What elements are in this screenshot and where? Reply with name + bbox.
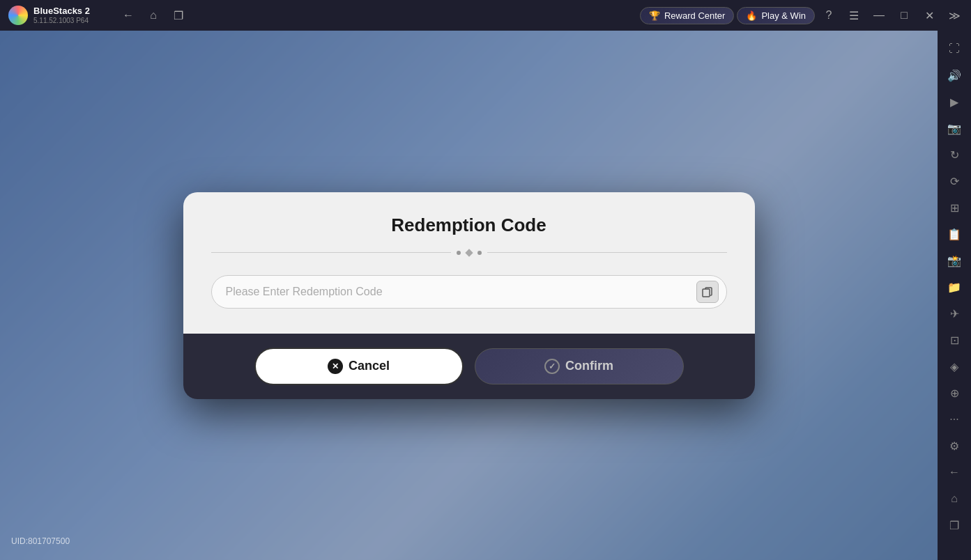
sidebar-paint-button[interactable]: ◈ <box>942 354 967 379</box>
sidebar-video-button[interactable]: ▶ <box>942 89 967 114</box>
topbar-nav: ← ⌂ ❐ <box>112 4 195 26</box>
paste-button[interactable] <box>696 281 719 303</box>
back-button[interactable]: ← <box>117 4 139 26</box>
app-version: 5.11.52.1003 P64 <box>33 17 90 25</box>
playnwin-label: Play & Win <box>761 10 806 21</box>
sidebar-more-button[interactable]: ··· <box>942 407 967 432</box>
topbar: BlueStacks 2 5.11.52.1003 P64 ← ⌂ ❐ 🏆 Re… <box>0 0 971 31</box>
divider-dot-2 <box>477 251 482 255</box>
sidebar-folder-button[interactable]: 📁 <box>942 274 967 300</box>
home-button[interactable]: ⌂ <box>142 4 165 26</box>
main-area: Redemption Code <box>0 31 938 560</box>
divider-dot-1 <box>457 251 461 255</box>
modal-overlay: Redemption Code <box>0 31 938 560</box>
clone-button[interactable]: ❐ <box>167 4 190 26</box>
sidebar-back-button[interactable]: ← <box>942 460 967 485</box>
sidebar-rotate-button[interactable]: ↻ <box>942 142 967 167</box>
divider-diamond <box>465 249 473 256</box>
close-button[interactable]: ✕ <box>918 4 940 26</box>
confirm-label: Confirm <box>565 359 613 373</box>
reward-emoji: 🏆 <box>649 10 660 21</box>
topbar-right: 🏆 Reward Center 🔥 Play & Win ? ☰ — □ ✕ ≫ <box>634 4 971 26</box>
sidebar-capture-button[interactable]: 📸 <box>942 248 967 273</box>
reward-label: Reward Center <box>664 10 725 21</box>
expand-button[interactable]: ≫ <box>943 4 965 26</box>
logo-icon <box>8 6 28 25</box>
sidebar-settings-button[interactable]: ⚙ <box>942 433 967 458</box>
sidebar-macro-button[interactable]: 📋 <box>942 221 967 247</box>
sidebar-home-button[interactable]: ⌂ <box>942 486 967 511</box>
confirm-button[interactable]: ✓ Confirm <box>475 348 684 384</box>
cancel-icon: ✕ <box>328 359 343 374</box>
modal-body: Redemption Code <box>183 192 755 334</box>
sidebar-screenshot-button[interactable]: 📷 <box>942 116 967 141</box>
sidebar-location-button[interactable]: ⊕ <box>942 380 967 405</box>
play-win-button[interactable]: 🔥 Play & Win <box>737 7 815 24</box>
confirm-icon: ✓ <box>544 359 560 374</box>
menu-button[interactable]: ☰ <box>843 4 865 26</box>
divider-line-right <box>487 252 727 253</box>
sidebar-recent-button[interactable]: ❐ <box>942 513 967 538</box>
help-button[interactable]: ? <box>818 4 840 26</box>
playnwin-emoji: 🔥 <box>746 10 757 21</box>
sidebar-airplane-button[interactable]: ✈ <box>942 301 967 326</box>
modal-title: Redemption Code <box>211 215 727 236</box>
divider-line-left <box>211 252 451 253</box>
sidebar-fullscreen-button[interactable]: ⛶ <box>942 36 967 61</box>
app-name: BlueStacks 2 <box>33 6 90 17</box>
app-logo-area: BlueStacks 2 5.11.52.1003 P64 <box>0 6 112 25</box>
minimize-button[interactable]: — <box>868 4 890 26</box>
maximize-button[interactable]: □ <box>893 4 915 26</box>
right-sidebar: ⛶ 🔊 ▶ 📷 ↻ ⟳ ⊞ 📋 📸 📁 ✈ ⊡ ◈ ⊕ ··· ⚙ ← ⌂ ❐ <box>938 31 971 560</box>
sidebar-volume-button[interactable]: 🔊 <box>942 63 967 88</box>
modal-divider <box>211 250 727 256</box>
modal-footer: ✕ Cancel ✓ Confirm <box>183 334 755 399</box>
logo-text: BlueStacks 2 5.11.52.1003 P64 <box>33 6 90 25</box>
svg-rect-0 <box>703 289 710 297</box>
cancel-label: Cancel <box>349 359 390 373</box>
sidebar-refresh-button[interactable]: ⟳ <box>942 169 967 194</box>
redemption-modal: Redemption Code <box>183 192 755 399</box>
sidebar-multi-button[interactable]: ⊞ <box>942 195 967 220</box>
input-wrapper <box>211 275 727 309</box>
sidebar-resize-button[interactable]: ⊡ <box>942 327 967 352</box>
cancel-button[interactable]: ✕ Cancel <box>254 348 464 385</box>
reward-center-button[interactable]: 🏆 Reward Center <box>640 7 734 24</box>
redemption-code-input[interactable] <box>211 275 727 309</box>
